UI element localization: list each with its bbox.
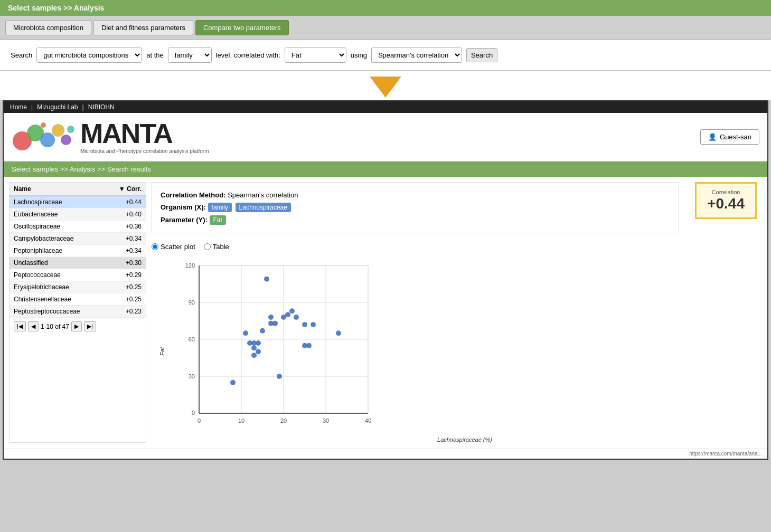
scatter-point	[336, 330, 341, 336]
search-bar: Search gut microbiota compositions at th…	[0, 40, 771, 71]
table-row[interactable]: Lachnospiraceae+0.44	[10, 196, 146, 208]
method-select[interactable]: Spearman's correlation Pearson's correla…	[371, 48, 462, 63]
table-row[interactable]: Peptococcaceae+0.29	[10, 269, 146, 281]
top-breadcrumb: Select samples >> Analysis	[0, 0, 771, 16]
content-area: Name ▼ Corr. Lachnospiraceae+0.44Eubacte…	[4, 177, 767, 448]
row-name: Lachnospiraceae	[10, 196, 106, 208]
user-badge[interactable]: 👤 Guest-san	[700, 129, 759, 145]
row-name: Erysipelotrichaceae	[10, 281, 106, 293]
parameter-tag: Fat	[210, 215, 226, 225]
user-icon: 👤	[708, 133, 717, 141]
scatter-point	[256, 349, 261, 354]
row-corr: +0.36	[106, 221, 146, 233]
logo-text-area: MANTA Microbiota and Phenotype correlati…	[80, 120, 209, 154]
page-last[interactable]: ▶|	[84, 321, 96, 331]
row-corr: +0.34	[106, 233, 146, 245]
row-name: Peptoniphilaceae	[10, 245, 106, 257]
scatter-point	[256, 340, 261, 346]
col-header-name[interactable]: Name	[10, 183, 106, 196]
row-corr: +0.25	[106, 281, 146, 293]
correlation-box-value: +0.44	[707, 195, 745, 212]
page-info: 1-10 of 47	[41, 323, 69, 330]
nav-lab[interactable]: Mizuguchi Lab	[37, 103, 78, 111]
tab-microbiota[interactable]: Microbiota composition	[5, 20, 91, 35]
composition-select[interactable]: gut microbiota compositions	[36, 48, 142, 63]
col-header-corr[interactable]: ▼ Corr.	[106, 183, 146, 196]
logo-subtitle: Microbiota and Phenotype correlation ana…	[80, 148, 209, 154]
parameter-label: Parameter (Y):	[161, 216, 208, 224]
tab-compare[interactable]: Compare two parameters	[195, 20, 289, 35]
table-row[interactable]: Peptostreptococcaceae+0.23	[10, 306, 146, 318]
scatter-radio[interactable]	[152, 243, 158, 250]
using-label: using	[351, 51, 367, 59]
down-arrow-icon	[370, 77, 401, 98]
table-row[interactable]: Erysipelotrichaceae+0.25	[10, 281, 146, 293]
tab-bar: Microbiota composition Diet and fitness …	[0, 16, 771, 40]
scatter-point	[306, 343, 312, 348]
row-corr: +0.29	[106, 269, 146, 281]
svg-text:120: 120	[185, 262, 195, 269]
correlate-select[interactable]: Fat Protein Carbohydrate Energy	[285, 48, 346, 63]
method-label: Correlation Method:	[161, 191, 226, 199]
row-name: Eubacteriaceae	[10, 208, 106, 221]
svg-text:90: 90	[189, 299, 195, 306]
search-button[interactable]: Search	[466, 48, 497, 62]
scatter-point	[302, 322, 307, 327]
correlation-box-label: Correlation	[707, 189, 745, 195]
scatter-option[interactable]: Scatter plot	[152, 243, 195, 251]
arrow-container	[0, 71, 771, 100]
table-row[interactable]: Eubacteriaceae+0.40	[10, 208, 146, 221]
row-corr: +0.23	[106, 306, 146, 318]
scatter-point	[251, 353, 257, 358]
correlation-info: Correlation Method: Spearman's correlati…	[152, 182, 679, 233]
correlation-box: Correlation +0.44	[695, 182, 757, 219]
chart-container: Fat 0 30	[173, 260, 757, 443]
svg-point-5	[67, 126, 74, 133]
row-corr: +0.44	[106, 196, 146, 208]
nav-home[interactable]: Home	[10, 103, 27, 111]
table-radio[interactable]	[204, 243, 211, 250]
page-first[interactable]: |◀	[14, 321, 26, 331]
table-row[interactable]: Campylobacteraceae+0.34	[10, 233, 146, 245]
scatter-point	[251, 345, 257, 350]
pagination: |◀ ◀ 1-10 of 47 ▶ ▶|	[10, 318, 146, 335]
nav-nibiohn[interactable]: NIBIOHN	[88, 103, 115, 111]
scatter-point	[277, 374, 282, 379]
scatter-point	[294, 315, 299, 320]
scatter-point	[260, 328, 265, 333]
plot-options: Scatter plot Table	[152, 239, 757, 255]
svg-text:30: 30	[189, 373, 195, 379]
scatter-point	[311, 322, 316, 327]
y-axis-label: Fat	[159, 347, 165, 356]
top-breadcrumb-text: Select samples >> Analysis	[8, 4, 104, 12]
breadcrumb-text: Select samples >> Analysis >> Search res…	[12, 165, 151, 173]
level-suffix-label: level, correlated with:	[216, 51, 280, 59]
tab-diet[interactable]: Diet and fitness parameters	[93, 20, 193, 35]
user-name: Guest-san	[720, 133, 751, 141]
table-option[interactable]: Table	[204, 243, 229, 251]
row-corr: +0.40	[106, 208, 146, 221]
row-corr: +0.25	[106, 293, 146, 306]
row-name: Peptostreptococcaceae	[10, 306, 106, 318]
table-row[interactable]: Christensenellaceae+0.25	[10, 293, 146, 306]
manta-nav: Home | Mizuguchi Lab | NIBIOHN	[4, 101, 767, 113]
row-corr: +0.30	[106, 257, 146, 269]
at-the-label: at the	[146, 51, 164, 59]
table-row[interactable]: Oscillospiraceae+0.36	[10, 221, 146, 233]
table-row[interactable]: Peptoniphilaceae+0.34	[10, 245, 146, 257]
scatter-plot: 0 30 60 90 120 0 10 20 30 40	[173, 260, 394, 434]
logo-bubbles	[12, 120, 75, 154]
scatter-point	[272, 320, 278, 326]
svg-point-6	[41, 122, 46, 128]
svg-text:20: 20	[280, 417, 287, 424]
svg-text:30: 30	[323, 417, 329, 424]
table-row[interactable]: Unclassified+0.30	[10, 257, 146, 269]
page-next[interactable]: ▶	[71, 321, 82, 331]
search-label: Search	[11, 51, 32, 59]
svg-text:0: 0	[192, 410, 195, 416]
organism-label: Organism (X):	[161, 203, 206, 211]
level-select[interactable]: family genus species	[168, 48, 212, 63]
scatter-point	[264, 276, 269, 281]
page-prev[interactable]: ◀	[28, 321, 39, 331]
svg-point-2	[40, 132, 55, 147]
